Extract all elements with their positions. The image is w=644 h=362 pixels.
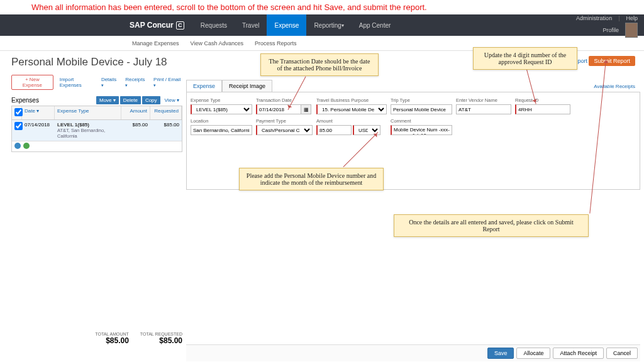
- attach-receipt-button[interactable]: Attach Receipt: [553, 348, 604, 359]
- topbar-right: Administration | Help Profile: [576, 14, 638, 38]
- subnav-process[interactable]: Process Reports: [255, 40, 297, 47]
- brand-text: SAP Concur: [130, 21, 174, 30]
- callout-transaction-date: The Transaction Date should be the date …: [260, 53, 379, 76]
- calendar-icon[interactable]: ▦: [301, 104, 311, 114]
- expenses-heading: Expenses: [11, 97, 39, 104]
- details-menu[interactable]: Details: [101, 77, 119, 88]
- subnav-viewcash[interactable]: View Cash Advances: [191, 40, 243, 47]
- form-footer: Save Allocate Attach Receipt Cancel: [186, 344, 640, 361]
- row-requested: $85.00: [150, 120, 182, 141]
- nav-reporting[interactable]: Reporting: [306, 14, 351, 36]
- detail-panel: Delete Report Submit Report Available Re…: [186, 56, 640, 362]
- row-amount: $85.00: [121, 120, 150, 141]
- cancel-button[interactable]: Cancel: [606, 348, 638, 359]
- delete-button[interactable]: Delete: [120, 96, 141, 104]
- new-expense-button[interactable]: + New Expense: [11, 75, 53, 90]
- col-date[interactable]: Date ▾: [22, 106, 55, 119]
- profile-menu[interactable]: Profile: [602, 27, 619, 33]
- primary-nav: Requests Travel Expense Reporting App Ce…: [193, 14, 399, 36]
- global-topbar: SAP Concur C Requests Travel Expense Rep…: [0, 14, 644, 36]
- submit-report-button[interactable]: Submit Report: [589, 56, 635, 66]
- admin-menu[interactable]: Administration: [576, 15, 612, 21]
- receipts-menu[interactable]: Receipts: [125, 77, 147, 88]
- total-amount: $85.00: [106, 336, 129, 345]
- callout-request-id: Update the 4 digit number of the approve…: [473, 47, 577, 70]
- copy-button[interactable]: Copy: [142, 96, 160, 104]
- import-expenses-link[interactable]: Import Expenses: [60, 77, 95, 88]
- tab-receipt-image[interactable]: Receipt Image: [222, 80, 272, 92]
- vendor-input[interactable]: [456, 104, 511, 114]
- total-requested: $85.00: [159, 336, 182, 345]
- transaction-date-input[interactable]: [256, 104, 301, 114]
- col-type[interactable]: Expense Type: [55, 106, 121, 119]
- trip-type-input[interactable]: [391, 104, 452, 114]
- travel-purpose-select[interactable]: 15. Personal Mobile Device: [316, 104, 387, 114]
- callout-submit: Once the details are all entered and sav…: [394, 214, 589, 237]
- request-id-input[interactable]: [515, 104, 570, 114]
- nav-travel[interactable]: Travel: [235, 14, 267, 36]
- comment-textarea[interactable]: Mobile Device Num -xxx-xxx-xxx July18: [391, 125, 452, 135]
- expense-type-select[interactable]: LEVEL 1($85): [191, 104, 252, 114]
- page-instruction: When all information has been entered, s…: [0, 0, 644, 14]
- available-receipts-link[interactable]: Available Receipts: [594, 84, 635, 89]
- avatar[interactable]: [625, 23, 638, 38]
- expense-grid: Date ▾ Expense Type Amount Requested 07/…: [11, 106, 182, 152]
- row-status-icons: [12, 141, 182, 151]
- view-menu[interactable]: View ▾: [162, 96, 182, 104]
- totals-bar: TOTAL AMOUNT$85.00 TOTAL REQUESTED$85.00: [11, 332, 182, 345]
- payment-type-select[interactable]: Cash/Personal Card: [256, 125, 313, 135]
- status-icon: [14, 143, 21, 149]
- brand: SAP Concur C: [0, 14, 193, 36]
- nav-expense[interactable]: Expense: [267, 14, 306, 36]
- location-input[interactable]: [191, 125, 252, 135]
- amount-input[interactable]: [316, 125, 352, 135]
- tab-expense[interactable]: Expense: [186, 80, 222, 92]
- nav-requests[interactable]: Requests: [193, 14, 235, 36]
- row-type: LEVEL 1($85) AT&T, San Bernardino, Calif…: [55, 120, 121, 141]
- move-button[interactable]: Move ▾: [96, 96, 119, 104]
- row-date: 07/14/2018: [22, 120, 55, 141]
- receipt-icon: [23, 143, 30, 149]
- allocate-button[interactable]: Allocate: [516, 348, 550, 359]
- subnav-manage[interactable]: Manage Expenses: [132, 40, 179, 47]
- brand-logo-icon: C: [176, 21, 184, 30]
- table-row[interactable]: 07/14/2018 LEVEL 1($85) AT&T, San Bernar…: [12, 120, 182, 141]
- nav-appcenter[interactable]: App Center: [352, 14, 399, 36]
- print-menu[interactable]: Print / Email: [153, 77, 182, 88]
- left-panel: Personal Mobile Device - July 18 + New E…: [11, 56, 182, 152]
- help-menu[interactable]: Help: [626, 15, 638, 21]
- col-requested[interactable]: Requested: [150, 106, 182, 119]
- report-title: Personal Mobile Device - July 18: [11, 56, 182, 69]
- save-button[interactable]: Save: [487, 348, 514, 359]
- callout-comment: Please add the Personal Mobile Device nu…: [239, 168, 384, 190]
- col-amount[interactable]: Amount: [121, 106, 150, 119]
